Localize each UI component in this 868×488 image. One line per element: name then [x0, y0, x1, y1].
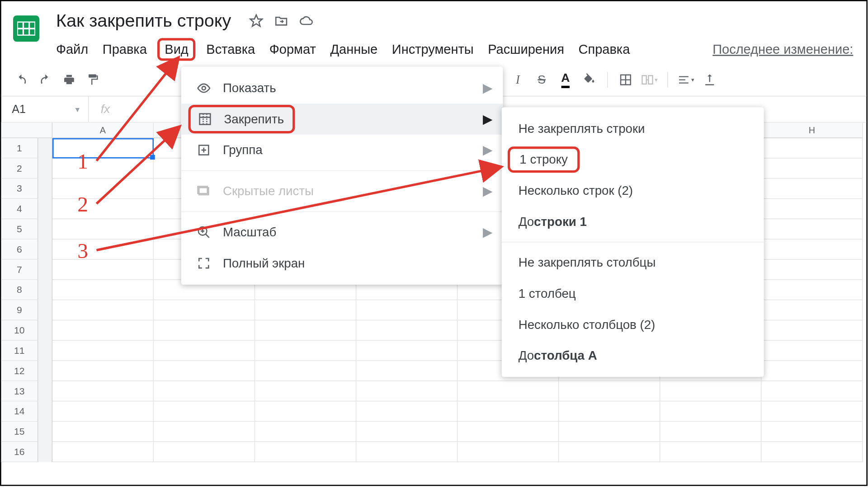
cell[interactable]: [660, 381, 761, 402]
cell[interactable]: [761, 381, 863, 402]
cell[interactable]: [52, 442, 154, 462]
cell[interactable]: [559, 442, 660, 462]
fill-handle[interactable]: [150, 155, 155, 160]
menu-zoom[interactable]: Масштаб ▶: [181, 217, 503, 248]
cell[interactable]: [255, 381, 356, 402]
merge-cells-button[interactable]: ▾: [641, 71, 658, 88]
menu-extensions[interactable]: Расширения: [488, 42, 564, 57]
cell[interactable]: [52, 280, 154, 300]
cell[interactable]: [52, 361, 154, 381]
vertical-align-button[interactable]: [701, 71, 718, 88]
cell[interactable]: [761, 239, 863, 260]
cell[interactable]: [559, 422, 660, 442]
cell[interactable]: [761, 442, 863, 462]
horizontal-align-button[interactable]: ▾: [678, 71, 694, 88]
row-header[interactable]: 3: [1, 178, 38, 199]
cell[interactable]: [52, 401, 154, 422]
cell[interactable]: [761, 159, 863, 179]
row-header[interactable]: 6: [1, 239, 38, 260]
row-header[interactable]: 16: [1, 442, 38, 462]
menu-show[interactable]: Показать ▶: [181, 73, 503, 104]
cell[interactable]: [761, 361, 863, 381]
freeze-no-rows[interactable]: Не закреплять строки: [502, 113, 764, 144]
row-header[interactable]: 5: [1, 219, 38, 239]
col-header[interactable]: A: [52, 123, 154, 138]
cell[interactable]: [52, 219, 154, 239]
cell[interactable]: [458, 381, 559, 402]
cell[interactable]: [559, 401, 660, 422]
row-header[interactable]: 4: [1, 199, 38, 219]
cell[interactable]: [761, 341, 863, 361]
row-header[interactable]: 11: [1, 341, 38, 361]
menu-view[interactable]: Вид: [158, 38, 196, 61]
cloud-status-icon[interactable]: [299, 14, 313, 28]
cell[interactable]: [761, 320, 863, 341]
cell[interactable]: [660, 422, 761, 442]
cell[interactable]: [761, 401, 863, 422]
cell[interactable]: [154, 361, 255, 381]
undo-button[interactable]: [13, 71, 30, 88]
cell[interactable]: [52, 199, 154, 219]
paint-format-button[interactable]: [85, 71, 101, 88]
borders-button[interactable]: [617, 71, 634, 88]
cell[interactable]: [255, 401, 356, 422]
cell[interactable]: [52, 320, 154, 341]
cell[interactable]: [52, 159, 154, 179]
cell[interactable]: [761, 280, 863, 300]
cell[interactable]: [660, 442, 761, 462]
cell[interactable]: [52, 341, 154, 361]
cell[interactable]: [52, 260, 154, 280]
cell[interactable]: [255, 320, 356, 341]
row-header[interactable]: 13: [1, 381, 38, 402]
cell[interactable]: [458, 422, 559, 442]
menu-data[interactable]: Данные: [330, 42, 377, 57]
cell[interactable]: [154, 442, 255, 462]
redo-button[interactable]: [37, 71, 54, 88]
cell[interactable]: [154, 341, 255, 361]
cell[interactable]: [761, 138, 863, 159]
cell[interactable]: [154, 381, 255, 402]
cell[interactable]: [154, 300, 255, 320]
star-icon[interactable]: [249, 14, 264, 28]
freeze-multi-cols[interactable]: Несколько столбцов (2): [502, 309, 764, 340]
row-header[interactable]: 2: [1, 159, 38, 179]
cell[interactable]: [52, 239, 154, 260]
cell[interactable]: [458, 401, 559, 422]
menu-help[interactable]: Справка: [579, 42, 630, 57]
cell[interactable]: [559, 381, 660, 402]
cell[interactable]: [761, 219, 863, 239]
freeze-1-row[interactable]: 1 строку: [502, 144, 764, 175]
cell[interactable]: [52, 422, 154, 442]
menu-edit[interactable]: Правка: [103, 42, 147, 57]
cell[interactable]: [356, 401, 458, 422]
cell[interactable]: [255, 361, 356, 381]
print-button[interactable]: [61, 71, 77, 88]
freeze-no-cols[interactable]: Не закреплять столбцы: [502, 247, 764, 278]
menu-tools[interactable]: Инструменты: [392, 42, 474, 57]
row-header[interactable]: 10: [1, 320, 38, 341]
text-color-button[interactable]: A: [557, 71, 574, 88]
cell[interactable]: [356, 341, 458, 361]
row-header[interactable]: 15: [1, 422, 38, 442]
strikethrough-button[interactable]: S: [533, 71, 550, 88]
cell[interactable]: [255, 300, 356, 320]
name-box-dropdown-icon[interactable]: ▼: [74, 105, 81, 113]
menu-fullscreen[interactable]: Полный экран: [181, 248, 503, 279]
menu-file[interactable]: Файл: [56, 42, 88, 57]
row-headers[interactable]: 12345678910111213141516: [1, 138, 38, 462]
row-header[interactable]: 12: [1, 361, 38, 381]
cell[interactable]: [52, 300, 154, 320]
cell[interactable]: [356, 320, 458, 341]
col-header[interactable]: H: [761, 123, 863, 138]
cell[interactable]: [761, 199, 863, 219]
row-header[interactable]: 7: [1, 260, 38, 280]
freeze-1-col[interactable]: 1 столбец: [502, 278, 764, 310]
last-edit-link[interactable]: Последнее изменение:: [712, 42, 854, 57]
doc-title[interactable]: Как закрепить строку: [56, 11, 231, 31]
cell[interactable]: [356, 422, 458, 442]
select-all-corner[interactable]: [1, 123, 52, 138]
name-box[interactable]: A1 ▼: [1, 103, 88, 116]
row-header[interactable]: 1: [1, 138, 38, 159]
cell[interactable]: [52, 381, 154, 402]
cell[interactable]: [356, 361, 458, 381]
